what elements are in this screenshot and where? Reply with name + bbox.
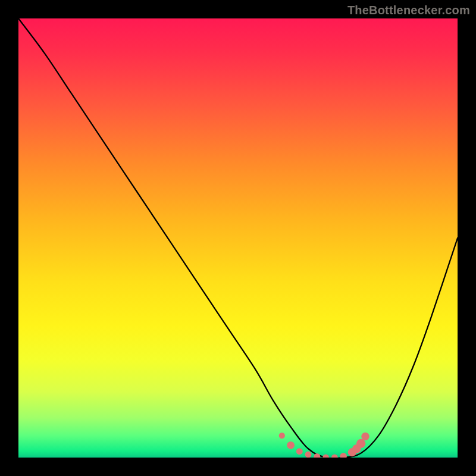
highlight-markers bbox=[279, 433, 369, 458]
marker-svg bbox=[18, 18, 458, 458]
highlight-marker bbox=[305, 451, 312, 458]
highlight-marker bbox=[356, 439, 365, 448]
plot-area bbox=[18, 18, 458, 458]
highlight-marker bbox=[340, 453, 347, 458]
highlight-marker bbox=[279, 433, 285, 439]
attribution-label: TheBottlenecker.com bbox=[347, 4, 470, 17]
highlight-marker bbox=[331, 455, 338, 458]
chart-frame: TheBottlenecker.com bbox=[0, 0, 476, 476]
highlight-marker bbox=[314, 453, 320, 458]
highlight-marker bbox=[361, 433, 369, 440]
highlight-marker bbox=[287, 441, 295, 449]
highlight-marker bbox=[322, 455, 329, 458]
highlight-marker bbox=[296, 448, 303, 455]
